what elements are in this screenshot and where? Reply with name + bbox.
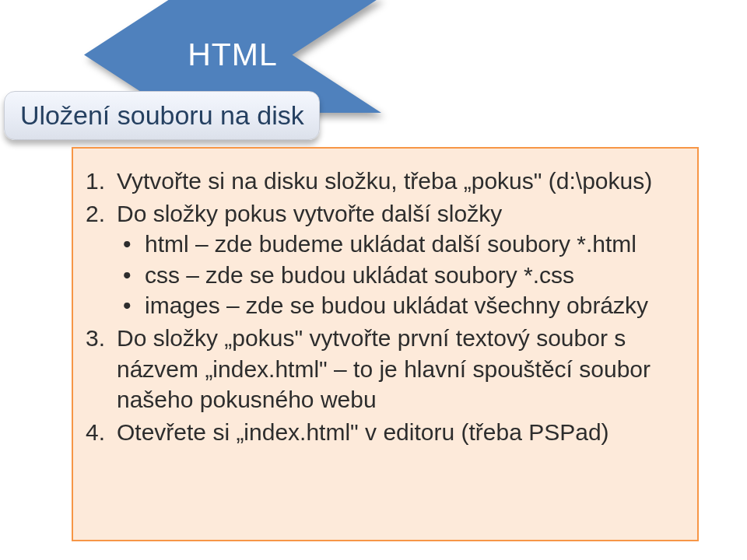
- slide-title: Uložení souboru na disk: [20, 100, 304, 131]
- numbered-list: Vytvořte si na disku složku, třeba „poku…: [117, 166, 679, 447]
- list-item-text: Do složky pokus vytvořte další složky: [117, 201, 502, 226]
- list-item: Otevřete si „index.html" v editoru (třeb…: [117, 417, 679, 448]
- sub-list-item: images – zde se budou ukládat všechny ob…: [145, 290, 679, 321]
- arrow-label: HTML: [188, 37, 278, 73]
- sub-list-item: css – zde se budou ukládat soubory *.css: [145, 260, 679, 291]
- list-item-text: Do složky „pokus" vytvořte první textový…: [117, 325, 651, 412]
- list-item: Do složky pokus vytvořte další složky ht…: [117, 198, 679, 321]
- title-box: Uložení souboru na disk: [4, 91, 320, 140]
- list-item-text: Otevřete si „index.html" v editoru (třeb…: [117, 419, 609, 445]
- list-item: Vytvořte si na disku složku, třeba „poku…: [117, 166, 679, 197]
- sub-list-item: html – zde budeme ukládat další soubory …: [145, 229, 679, 260]
- sub-list: html – zde budeme ukládat další soubory …: [117, 229, 679, 321]
- list-item-text: Vytvořte si na disku složku, třeba „poku…: [117, 168, 652, 194]
- slide: HTML Uložení souboru na disk Vytvořte si…: [0, 0, 747, 560]
- list-item: Do složky „pokus" vytvořte první textový…: [117, 323, 679, 415]
- content-panel: Vytvořte si na disku složku, třeba „poku…: [72, 147, 699, 541]
